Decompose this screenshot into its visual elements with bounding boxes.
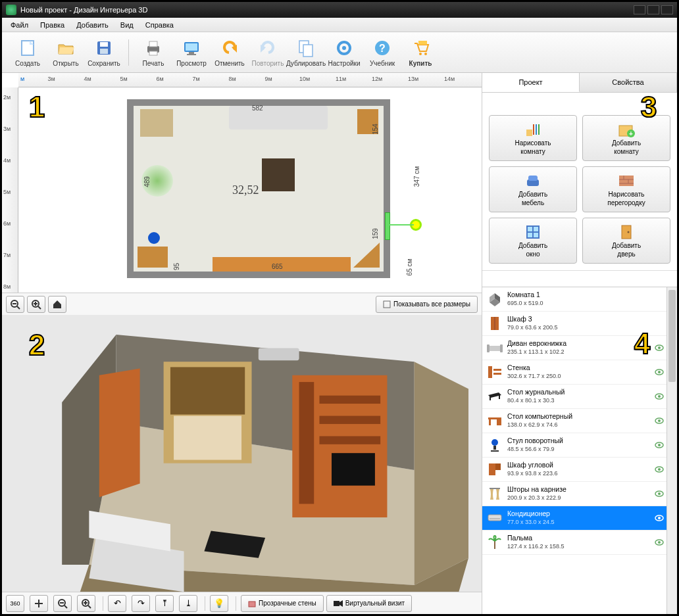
close-button[interactable] bbox=[661, 5, 673, 14]
light-button[interactable]: 💡 bbox=[210, 595, 228, 612]
furniture-corner-wardrobe[interactable] bbox=[353, 243, 380, 268]
room-outline[interactable]: 32,52 582 489 95 665 154 159 bbox=[127, 99, 390, 278]
svg-line-24 bbox=[17, 306, 20, 309]
toolbar-gear-button[interactable]: Настройки bbox=[325, 38, 363, 67]
zoom-out-button[interactable] bbox=[6, 296, 24, 313]
svg-rect-37 bbox=[170, 367, 245, 414]
svg-point-17 bbox=[342, 46, 346, 50]
action-add-door-button[interactable]: Добавитьдверь bbox=[582, 218, 670, 264]
tilt-down-button[interactable]: ⤓ bbox=[179, 595, 197, 612]
room-icon bbox=[486, 291, 503, 308]
toolbar-undo-button[interactable]: Отменить bbox=[211, 38, 249, 67]
scene-item-name: Стул поворотный bbox=[507, 437, 651, 446]
tilt-up-button[interactable]: ⤒ bbox=[155, 595, 174, 612]
action-add-window-button[interactable]: Добавитьокно bbox=[489, 218, 577, 264]
toolbar-help-button[interactable]: ?Учебник bbox=[363, 38, 401, 67]
ruler-tick: 7м bbox=[189, 76, 203, 82]
visibility-eye-icon[interactable] bbox=[655, 539, 664, 546]
toolbar-copy-button[interactable]: Дублировать bbox=[287, 38, 325, 67]
pan-button[interactable] bbox=[30, 595, 48, 612]
toolbar-redo-button[interactable]: Повторить bbox=[249, 38, 287, 67]
transparent-walls-button[interactable]: Прозрачные стены bbox=[241, 595, 324, 612]
menu-help[interactable]: Справка bbox=[139, 19, 180, 31]
menu-edit[interactable]: Правка bbox=[34, 19, 70, 31]
scene-item[interactable]: Шторы на карнизе200.9 x 20.3 x 222.9 bbox=[482, 482, 677, 506]
action-label: перегородку bbox=[607, 199, 645, 206]
scene-item[interactable]: Кондиционер77.0 x 33.0 x 24.5 bbox=[482, 506, 677, 531]
furniture-desk[interactable] bbox=[138, 247, 168, 268]
3d-view[interactable]: 360 ↶ ↷ ⤒ ⤓ 💡 Прозрачные стены bbox=[2, 315, 482, 614]
visibility-eye-icon[interactable] bbox=[655, 417, 664, 424]
scene-item-name: Шторы на карнизе bbox=[507, 485, 651, 494]
scene-item[interactable]: Пальма127.4 x 116.2 x 158.5 bbox=[482, 531, 677, 555]
toolbar-new-button[interactable]: Создать bbox=[9, 38, 47, 67]
plan-view[interactable]: м 3м4м5м6м7м8м9м10м11м12м13м14м 2м3м4м5м… bbox=[2, 73, 482, 315]
toolbar-label: Просмотр bbox=[176, 60, 207, 67]
visibility-eye-icon[interactable] bbox=[655, 515, 664, 521]
svg-line-54 bbox=[88, 605, 91, 608]
3d-zoom-in-button[interactable] bbox=[77, 595, 95, 612]
ruler-tick: 14м bbox=[443, 76, 456, 82]
furniture-table[interactable] bbox=[262, 158, 295, 191]
scene-item[interactable]: Стул поворотный48.5 x 56.6 x 79.9 bbox=[482, 433, 677, 458]
dim-door: 95 bbox=[173, 263, 180, 270]
furniture-wardrobe[interactable] bbox=[140, 109, 173, 137]
scene-item[interactable]: Шкаф угловой93.9 x 93.8 x 223.6 bbox=[482, 458, 677, 482]
toolbar-preview-button[interactable]: Просмотр bbox=[172, 38, 211, 67]
ruler-tick: 8м bbox=[226, 76, 239, 82]
scene-item[interactable]: Стол компьютерный138.0 x 62.9 x 74.6 bbox=[482, 409, 677, 433]
furniture-chair[interactable] bbox=[148, 232, 160, 244]
3d-zoom-out-button[interactable] bbox=[53, 595, 72, 612]
minimize-button[interactable] bbox=[634, 5, 645, 14]
action-label: Добавить bbox=[612, 242, 641, 249]
svg-rect-89 bbox=[488, 366, 492, 378]
ruler-horizontal: м 3м4м5м6м7м8м9м10м11м12м13м14м bbox=[18, 73, 482, 87]
unit-icon bbox=[486, 364, 503, 381]
chair-icon bbox=[486, 437, 503, 454]
svg-rect-41 bbox=[319, 396, 380, 404]
scene-item[interactable]: Стол журнальный80.4 x 80.1 x 30.3 bbox=[482, 385, 677, 409]
show-all-dims-button[interactable]: Показывать все размеры bbox=[376, 296, 478, 313]
action-draw-wall-button[interactable]: Нарисоватьперегородку bbox=[582, 166, 670, 212]
tab-project[interactable]: Проект bbox=[482, 73, 580, 92]
svg-rect-30 bbox=[384, 301, 390, 308]
scrollbar-thumb[interactable] bbox=[668, 290, 676, 382]
scene-item[interactable]: Комната 1695.0 x 519.0 bbox=[482, 287, 677, 312]
camera-icon bbox=[334, 600, 343, 607]
ruler-tick: 7м bbox=[3, 252, 11, 258]
action-add-furniture-button[interactable]: Добавитьмебель bbox=[489, 166, 577, 212]
rotate-left-button[interactable]: ↶ bbox=[108, 595, 126, 612]
menu-add[interactable]: Добавить bbox=[70, 19, 114, 31]
selected-handle[interactable] bbox=[385, 212, 390, 240]
svg-rect-68 bbox=[528, 176, 538, 181]
svg-rect-105 bbox=[493, 446, 496, 450]
toolbar-cart-button[interactable]: Купить bbox=[401, 38, 440, 67]
add-furniture-icon bbox=[524, 172, 542, 189]
action-draw-room-button[interactable]: Нарисоватькомнату bbox=[489, 115, 577, 161]
rotate-360-button[interactable]: 360 bbox=[6, 595, 24, 612]
visibility-eye-icon[interactable] bbox=[655, 369, 664, 375]
tab-properties[interactable]: Свойства bbox=[580, 73, 677, 92]
scrollbar[interactable] bbox=[666, 287, 677, 614]
visibility-eye-icon[interactable] bbox=[655, 466, 664, 473]
menu-file[interactable]: Файл bbox=[5, 19, 34, 31]
zoom-in-button[interactable] bbox=[27, 296, 45, 313]
menu-view[interactable]: Вид bbox=[114, 19, 139, 31]
visibility-eye-icon[interactable] bbox=[655, 393, 664, 400]
virtual-visit-button[interactable]: Виртуальный визит bbox=[326, 595, 413, 612]
home-button[interactable] bbox=[48, 296, 66, 313]
scene-item-name: Стол компьютерный bbox=[507, 412, 651, 421]
action-label: комнату bbox=[614, 148, 638, 155]
toolbar-save-button[interactable]: Сохранить bbox=[85, 38, 123, 67]
toolbar-print-button[interactable]: Печать bbox=[134, 38, 172, 67]
visibility-eye-icon[interactable] bbox=[655, 442, 664, 448]
maximize-button[interactable] bbox=[647, 5, 659, 14]
furniture-sofa-top[interactable] bbox=[229, 106, 328, 130]
visibility-eye-icon[interactable] bbox=[655, 490, 664, 497]
toolbar-open-button[interactable]: Открыть bbox=[47, 38, 85, 67]
action-label: мебель bbox=[522, 199, 544, 206]
rotate-right-button[interactable]: ↷ bbox=[132, 595, 150, 612]
svg-rect-110 bbox=[495, 463, 501, 470]
dims-icon bbox=[383, 300, 391, 308]
ruler-tick: 6м bbox=[3, 220, 11, 227]
